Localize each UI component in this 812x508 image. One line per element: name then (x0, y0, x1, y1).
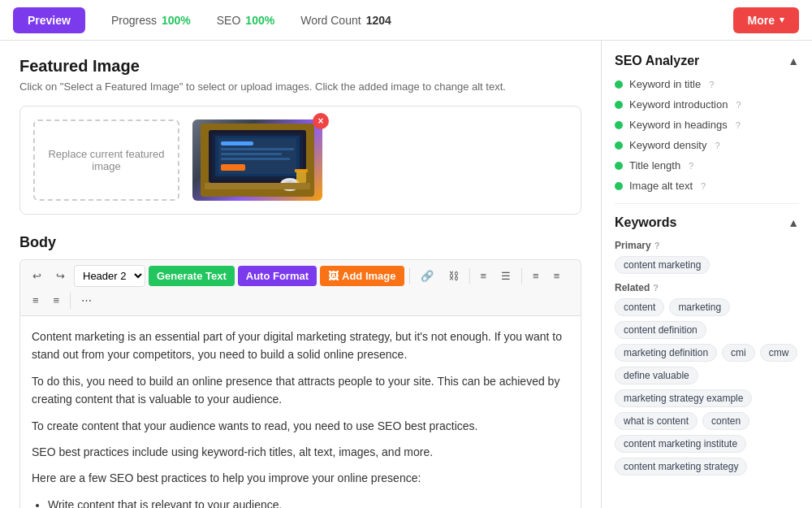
align-justify-button[interactable]: ≡ (48, 290, 66, 310)
help-icon: ? (715, 141, 719, 150)
content-para-3: To create content that your audience wan… (32, 417, 569, 435)
related-tag[interactable]: cmw (760, 344, 798, 362)
auto-format-button[interactable]: Auto Format (238, 266, 317, 286)
content-list: Write content that is relevant to your a… (48, 496, 569, 508)
list-item: Write content that is relevant to your a… (48, 496, 569, 508)
related-tag[interactable]: marketing definition (615, 344, 717, 362)
featured-image-desc: Click on "Select a Featured Image" to se… (19, 80, 581, 93)
align-left-button[interactable]: ≡ (527, 266, 545, 286)
content-area: Featured Image Click on "Select a Featur… (0, 41, 601, 508)
undo-button[interactable]: ↩ (27, 266, 47, 286)
svg-rect-5 (221, 141, 253, 145)
related-tag[interactable]: content (615, 298, 664, 316)
add-image-button[interactable]: 🖼 Add Image (320, 266, 404, 286)
seo-items-list: Keyword in title ? Keyword introduction … (615, 78, 799, 192)
seo-status-dot (615, 162, 623, 170)
body-section-title: Body (19, 234, 581, 251)
seo-item-label: Image alt text (629, 180, 693, 192)
seo-analyzer-section: SEO Analyzer ▲ (615, 54, 799, 68)
bullet-list-button[interactable]: ≡ (475, 266, 493, 286)
remove-image-button[interactable]: × (313, 113, 329, 129)
seo-status-dot (615, 182, 623, 190)
replace-image-area[interactable]: Replace current featured image (33, 119, 179, 201)
svg-rect-6 (221, 148, 294, 150)
related-tag[interactable]: marketing (669, 298, 730, 316)
more-options-button[interactable]: ⋯ (76, 290, 97, 310)
seo-value: 100% (245, 14, 274, 27)
svg-rect-15 (295, 169, 308, 172)
seo-item-keyword-title: Keyword in title ? (615, 78, 799, 90)
preview-button[interactable]: Preview (13, 7, 85, 33)
related-tag[interactable]: content definition (615, 321, 706, 339)
ordered-list-button[interactable]: ☰ (495, 266, 516, 286)
content-para-5: Here are a few SEO best practices to hel… (32, 469, 569, 487)
image-icon: 🖼 (328, 270, 339, 282)
seo-status-dot (615, 101, 623, 109)
related-tag[interactable]: content marketing institute (615, 435, 746, 453)
align-right-button[interactable]: ≡ (27, 290, 45, 310)
seo-item-image-alt: Image alt text ? (615, 180, 799, 192)
related-tag[interactable]: conten (702, 412, 749, 430)
progress-stat: Progress 100% (111, 14, 191, 27)
editor-toolbar: ↩ ↪ Header 2 Generate Text Auto Format 🖼… (19, 259, 581, 315)
svg-rect-7 (221, 153, 282, 155)
more-button[interactable]: More ▾ (733, 7, 799, 33)
keywords-title: Keywords (615, 215, 676, 230)
seo-item-keyword-intro: Keyword introduction ? (615, 98, 799, 111)
align-center-button[interactable]: ≡ (548, 266, 566, 286)
link-button[interactable]: 🔗 (415, 266, 439, 286)
seo-stat: SEO 100% (217, 14, 274, 27)
seo-item-label: Keyword in title (629, 78, 701, 90)
seo-status-dot (615, 80, 623, 89)
related-keyword-label: Related ? (615, 282, 799, 293)
heading-select[interactable]: Header 2 (74, 265, 145, 287)
related-help-icon: ? (653, 283, 659, 293)
seo-status-dot (615, 141, 623, 150)
seo-analyzer-collapse-btn[interactable]: ▲ (788, 54, 799, 67)
current-image-wrap: × (192, 119, 322, 201)
current-image[interactable] (192, 119, 322, 201)
content-para-2: To do this, you need to build an online … (32, 372, 569, 409)
featured-image-box: Replace current featured image (19, 106, 581, 215)
primary-tags: content marketing (615, 256, 799, 274)
sidebar-divider (615, 203, 799, 204)
svg-rect-14 (296, 171, 306, 183)
word-count-stat: Word Count 1204 (300, 14, 391, 27)
generate-text-button[interactable]: Generate Text (149, 266, 235, 286)
chevron-down-icon: ▾ (780, 15, 784, 25)
related-tag[interactable]: marketing strategy example (615, 389, 752, 407)
primary-keyword-label: Primary ? (615, 240, 799, 251)
more-label: More (748, 14, 775, 27)
related-tag[interactable]: cmi (722, 344, 755, 362)
svg-rect-8 (221, 158, 290, 160)
word-count-value: 1204 (366, 14, 391, 27)
seo-item-keyword-headings: Keyword in headings ? (615, 119, 799, 131)
help-icon: ? (709, 80, 714, 89)
word-count-label: Word Count (300, 14, 361, 27)
svg-rect-13 (205, 183, 310, 189)
primary-tag[interactable]: content marketing (615, 256, 710, 274)
related-tags: content marketing content definition mar… (615, 298, 799, 475)
related-tag[interactable]: define valuable (615, 367, 698, 384)
progress-label: Progress (111, 14, 157, 27)
toolbar-separator-2 (469, 268, 470, 284)
keywords-section-header: Keywords ▲ (615, 215, 799, 230)
featured-image-title: Featured Image (19, 57, 581, 76)
top-bar: Preview Progress 100% SEO 100% Word Coun… (0, 0, 812, 41)
related-tag[interactable]: content marketing strategy (615, 458, 747, 475)
seo-item-label: Keyword in headings (629, 119, 728, 131)
svg-rect-9 (221, 164, 245, 171)
toolbar-separator-1 (409, 268, 410, 284)
redo-button[interactable]: ↪ (50, 266, 71, 286)
unlink-button[interactable]: ⛓ (443, 266, 464, 286)
keywords-collapse-btn[interactable]: ▲ (788, 216, 799, 229)
help-icon: ? (701, 181, 706, 191)
toolbar-separator-4 (70, 293, 71, 309)
help-icon: ? (736, 100, 741, 110)
progress-value: 100% (162, 14, 191, 27)
related-tag[interactable]: what is content (615, 412, 698, 430)
main-layout: Featured Image Click on "Select a Featur… (0, 41, 812, 508)
editor-body[interactable]: Content marketing is an essential part o… (19, 315, 581, 508)
seo-item-keyword-density: Keyword density ? (615, 139, 799, 151)
sidebar: SEO Analyzer ▲ Keyword in title ? Keywor… (601, 41, 812, 508)
